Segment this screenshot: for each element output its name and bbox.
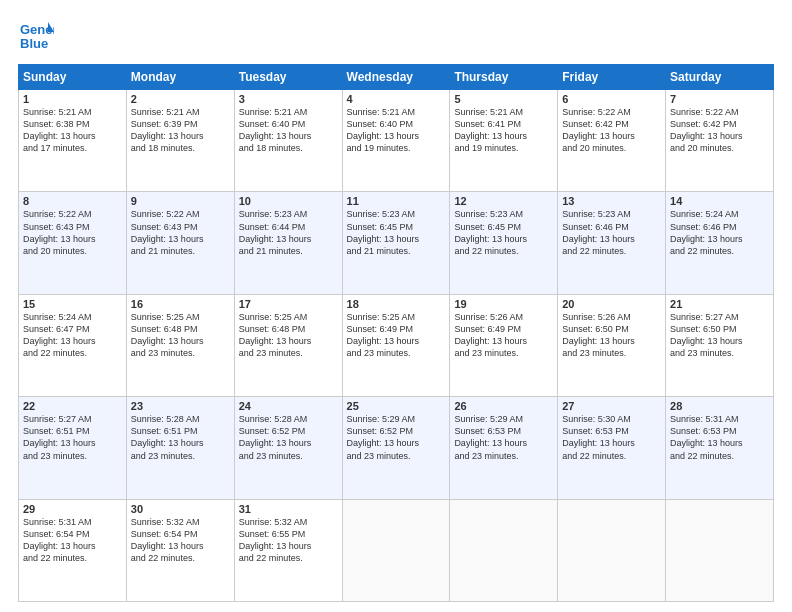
day-cell-11: 11Sunrise: 5:23 AMSunset: 6:45 PMDayligh… bbox=[342, 192, 450, 294]
day-info: Sunrise: 5:23 AMSunset: 6:44 PMDaylight:… bbox=[239, 208, 338, 257]
empty-cell bbox=[342, 499, 450, 601]
week-row-5: 29Sunrise: 5:31 AMSunset: 6:54 PMDayligh… bbox=[19, 499, 774, 601]
day-number: 6 bbox=[562, 93, 661, 105]
day-cell-15: 15Sunrise: 5:24 AMSunset: 6:47 PMDayligh… bbox=[19, 294, 127, 396]
col-header-tuesday: Tuesday bbox=[234, 65, 342, 90]
col-header-thursday: Thursday bbox=[450, 65, 558, 90]
day-cell-14: 14Sunrise: 5:24 AMSunset: 6:46 PMDayligh… bbox=[666, 192, 774, 294]
day-cell-8: 8Sunrise: 5:22 AMSunset: 6:43 PMDaylight… bbox=[19, 192, 127, 294]
day-cell-29: 29Sunrise: 5:31 AMSunset: 6:54 PMDayligh… bbox=[19, 499, 127, 601]
day-number: 13 bbox=[562, 195, 661, 207]
day-number: 8 bbox=[23, 195, 122, 207]
day-cell-20: 20Sunrise: 5:26 AMSunset: 6:50 PMDayligh… bbox=[558, 294, 666, 396]
day-number: 5 bbox=[454, 93, 553, 105]
day-info: Sunrise: 5:28 AMSunset: 6:51 PMDaylight:… bbox=[131, 413, 230, 462]
day-info: Sunrise: 5:25 AMSunset: 6:49 PMDaylight:… bbox=[347, 311, 446, 360]
day-info: Sunrise: 5:23 AMSunset: 6:45 PMDaylight:… bbox=[454, 208, 553, 257]
day-info: Sunrise: 5:23 AMSunset: 6:46 PMDaylight:… bbox=[562, 208, 661, 257]
day-cell-16: 16Sunrise: 5:25 AMSunset: 6:48 PMDayligh… bbox=[126, 294, 234, 396]
day-cell-5: 5Sunrise: 5:21 AMSunset: 6:41 PMDaylight… bbox=[450, 90, 558, 192]
day-cell-10: 10Sunrise: 5:23 AMSunset: 6:44 PMDayligh… bbox=[234, 192, 342, 294]
day-number: 29 bbox=[23, 503, 122, 515]
day-number: 20 bbox=[562, 298, 661, 310]
day-cell-4: 4Sunrise: 5:21 AMSunset: 6:40 PMDaylight… bbox=[342, 90, 450, 192]
col-header-monday: Monday bbox=[126, 65, 234, 90]
header: General Blue bbox=[18, 18, 774, 54]
week-row-3: 15Sunrise: 5:24 AMSunset: 6:47 PMDayligh… bbox=[19, 294, 774, 396]
day-cell-25: 25Sunrise: 5:29 AMSunset: 6:52 PMDayligh… bbox=[342, 397, 450, 499]
day-number: 27 bbox=[562, 400, 661, 412]
day-number: 4 bbox=[347, 93, 446, 105]
empty-cell bbox=[666, 499, 774, 601]
page: General Blue SundayMondayTuesdayWednesda… bbox=[0, 0, 792, 612]
day-number: 10 bbox=[239, 195, 338, 207]
day-info: Sunrise: 5:32 AMSunset: 6:54 PMDaylight:… bbox=[131, 516, 230, 565]
day-number: 22 bbox=[23, 400, 122, 412]
day-info: Sunrise: 5:30 AMSunset: 6:53 PMDaylight:… bbox=[562, 413, 661, 462]
day-info: Sunrise: 5:32 AMSunset: 6:55 PMDaylight:… bbox=[239, 516, 338, 565]
day-number: 7 bbox=[670, 93, 769, 105]
day-number: 26 bbox=[454, 400, 553, 412]
col-header-wednesday: Wednesday bbox=[342, 65, 450, 90]
day-cell-22: 22Sunrise: 5:27 AMSunset: 6:51 PMDayligh… bbox=[19, 397, 127, 499]
day-info: Sunrise: 5:23 AMSunset: 6:45 PMDaylight:… bbox=[347, 208, 446, 257]
day-cell-7: 7Sunrise: 5:22 AMSunset: 6:42 PMDaylight… bbox=[666, 90, 774, 192]
day-info: Sunrise: 5:22 AMSunset: 6:42 PMDaylight:… bbox=[670, 106, 769, 155]
day-cell-21: 21Sunrise: 5:27 AMSunset: 6:50 PMDayligh… bbox=[666, 294, 774, 396]
day-info: Sunrise: 5:31 AMSunset: 6:54 PMDaylight:… bbox=[23, 516, 122, 565]
day-cell-2: 2Sunrise: 5:21 AMSunset: 6:39 PMDaylight… bbox=[126, 90, 234, 192]
logo: General Blue bbox=[18, 18, 60, 54]
day-cell-24: 24Sunrise: 5:28 AMSunset: 6:52 PMDayligh… bbox=[234, 397, 342, 499]
day-info: Sunrise: 5:24 AMSunset: 6:47 PMDaylight:… bbox=[23, 311, 122, 360]
day-info: Sunrise: 5:22 AMSunset: 6:42 PMDaylight:… bbox=[562, 106, 661, 155]
day-number: 3 bbox=[239, 93, 338, 105]
week-row-1: 1Sunrise: 5:21 AMSunset: 6:38 PMDaylight… bbox=[19, 90, 774, 192]
empty-cell bbox=[558, 499, 666, 601]
day-number: 25 bbox=[347, 400, 446, 412]
day-info: Sunrise: 5:21 AMSunset: 6:38 PMDaylight:… bbox=[23, 106, 122, 155]
day-info: Sunrise: 5:29 AMSunset: 6:52 PMDaylight:… bbox=[347, 413, 446, 462]
day-info: Sunrise: 5:22 AMSunset: 6:43 PMDaylight:… bbox=[131, 208, 230, 257]
day-info: Sunrise: 5:21 AMSunset: 6:40 PMDaylight:… bbox=[239, 106, 338, 155]
empty-cell bbox=[450, 499, 558, 601]
day-cell-28: 28Sunrise: 5:31 AMSunset: 6:53 PMDayligh… bbox=[666, 397, 774, 499]
day-info: Sunrise: 5:31 AMSunset: 6:53 PMDaylight:… bbox=[670, 413, 769, 462]
col-header-saturday: Saturday bbox=[666, 65, 774, 90]
day-info: Sunrise: 5:25 AMSunset: 6:48 PMDaylight:… bbox=[131, 311, 230, 360]
day-cell-9: 9Sunrise: 5:22 AMSunset: 6:43 PMDaylight… bbox=[126, 192, 234, 294]
day-info: Sunrise: 5:27 AMSunset: 6:51 PMDaylight:… bbox=[23, 413, 122, 462]
day-cell-18: 18Sunrise: 5:25 AMSunset: 6:49 PMDayligh… bbox=[342, 294, 450, 396]
day-number: 18 bbox=[347, 298, 446, 310]
col-header-friday: Friday bbox=[558, 65, 666, 90]
day-number: 9 bbox=[131, 195, 230, 207]
day-info: Sunrise: 5:25 AMSunset: 6:48 PMDaylight:… bbox=[239, 311, 338, 360]
day-number: 12 bbox=[454, 195, 553, 207]
day-info: Sunrise: 5:27 AMSunset: 6:50 PMDaylight:… bbox=[670, 311, 769, 360]
day-cell-27: 27Sunrise: 5:30 AMSunset: 6:53 PMDayligh… bbox=[558, 397, 666, 499]
logo-icon: General Blue bbox=[18, 18, 54, 54]
day-number: 2 bbox=[131, 93, 230, 105]
week-row-2: 8Sunrise: 5:22 AMSunset: 6:43 PMDaylight… bbox=[19, 192, 774, 294]
day-cell-12: 12Sunrise: 5:23 AMSunset: 6:45 PMDayligh… bbox=[450, 192, 558, 294]
day-cell-19: 19Sunrise: 5:26 AMSunset: 6:49 PMDayligh… bbox=[450, 294, 558, 396]
day-cell-6: 6Sunrise: 5:22 AMSunset: 6:42 PMDaylight… bbox=[558, 90, 666, 192]
day-number: 21 bbox=[670, 298, 769, 310]
week-row-4: 22Sunrise: 5:27 AMSunset: 6:51 PMDayligh… bbox=[19, 397, 774, 499]
day-number: 24 bbox=[239, 400, 338, 412]
day-cell-31: 31Sunrise: 5:32 AMSunset: 6:55 PMDayligh… bbox=[234, 499, 342, 601]
day-number: 31 bbox=[239, 503, 338, 515]
day-number: 11 bbox=[347, 195, 446, 207]
day-number: 15 bbox=[23, 298, 122, 310]
calendar-table: SundayMondayTuesdayWednesdayThursdayFrid… bbox=[18, 64, 774, 602]
svg-text:Blue: Blue bbox=[20, 36, 48, 51]
day-cell-1: 1Sunrise: 5:21 AMSunset: 6:38 PMDaylight… bbox=[19, 90, 127, 192]
day-cell-3: 3Sunrise: 5:21 AMSunset: 6:40 PMDaylight… bbox=[234, 90, 342, 192]
day-cell-23: 23Sunrise: 5:28 AMSunset: 6:51 PMDayligh… bbox=[126, 397, 234, 499]
day-info: Sunrise: 5:29 AMSunset: 6:53 PMDaylight:… bbox=[454, 413, 553, 462]
day-number: 28 bbox=[670, 400, 769, 412]
day-info: Sunrise: 5:26 AMSunset: 6:50 PMDaylight:… bbox=[562, 311, 661, 360]
day-info: Sunrise: 5:28 AMSunset: 6:52 PMDaylight:… bbox=[239, 413, 338, 462]
day-info: Sunrise: 5:21 AMSunset: 6:41 PMDaylight:… bbox=[454, 106, 553, 155]
day-info: Sunrise: 5:24 AMSunset: 6:46 PMDaylight:… bbox=[670, 208, 769, 257]
day-number: 1 bbox=[23, 93, 122, 105]
